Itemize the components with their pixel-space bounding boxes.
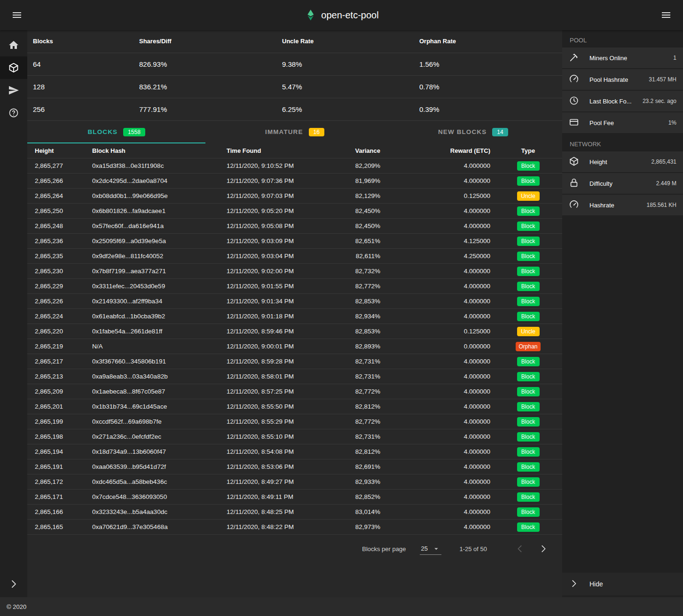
tab-new-blocks[interactable]: NEW BLOCKS14	[384, 121, 562, 143]
block-type-badge: Block	[517, 221, 540, 231]
block-height: 2,865,250	[27, 204, 88, 219]
block-reward: 4.000000	[384, 505, 494, 520]
block-time: 12/11/2020, 8:55:50 PM	[223, 399, 349, 414]
block-height: 2,865,209	[27, 384, 88, 399]
block-row: 2,865,1980x271a236c...0efcfdf2ec12/11/20…	[27, 429, 562, 444]
panel-item-value: 23.2 sec. ago	[640, 98, 676, 104]
etc-logo-icon	[304, 9, 316, 21]
stats-cell: 0.78%	[414, 75, 562, 98]
block-hash: 0x3311efec...20453d0e59	[88, 279, 223, 294]
rail-item-send[interactable]	[0, 79, 27, 102]
topbar: open-etc-pool	[0, 0, 683, 30]
block-variance: 82,853%	[349, 294, 384, 309]
menu-icon-right[interactable]	[657, 6, 675, 24]
panel-item-miners-online: Miners Online1	[562, 47, 683, 68]
block-type-cell: Block	[494, 444, 562, 459]
block-variance: 82,450%	[349, 219, 384, 234]
block-row: 2,865,1720xdc465d5a...a58beb436c12/11/20…	[27, 474, 562, 490]
stats-cell: 0.39%	[414, 98, 562, 120]
block-reward: 4.000000	[384, 158, 494, 174]
block-row: 2,865,1660x3233243e...b5a4aa30dc12/11/20…	[27, 505, 562, 520]
block-type-badge: Block	[517, 252, 540, 261]
block-height: 2,865,166	[27, 505, 88, 520]
prev-page-button[interactable]	[510, 539, 529, 558]
block-height: 2,865,172	[27, 474, 88, 490]
block-height: 2,865,171	[27, 490, 88, 505]
block-hash: 0x1b31b734...69c1d45ace	[88, 399, 223, 414]
panel-item-value: 2,865,431	[649, 158, 676, 165]
block-height: 2,865,199	[27, 414, 88, 429]
block-reward: 4.000000	[384, 474, 494, 490]
blocks-header-height: Height	[27, 143, 88, 158]
block-variance: 82,933%	[349, 474, 384, 490]
tab-badge: 16	[309, 128, 324, 136]
stats-cell: 777.91%	[133, 98, 276, 120]
block-type-cell: Block	[494, 354, 562, 369]
block-row: 2,865,1940x18d734a9...13b6060f4712/11/20…	[27, 444, 562, 459]
block-reward: 4.000000	[384, 399, 494, 414]
expand-rail-button[interactable]	[0, 573, 27, 595]
block-hash: 0x2dc4295d...2dae0a8704	[88, 174, 223, 189]
panel-item-value: 2.449 M	[653, 180, 676, 187]
block-type-cell: Uncle	[494, 189, 562, 204]
block-variance: 83,014%	[349, 505, 384, 520]
rail-item-help[interactable]	[0, 102, 27, 124]
hide-panel-button[interactable]: Hide	[562, 573, 683, 595]
block-reward: 4.000000	[384, 444, 494, 459]
panel-item-difficulty: Difficulty2.449 M	[562, 173, 683, 194]
block-variance: 82,129%	[349, 189, 384, 204]
clock-icon	[569, 95, 580, 107]
block-type-badge: Block	[517, 462, 540, 472]
stats-cell: 5.47%	[276, 75, 414, 98]
block-row: 2,865,1710x7cdce548...363609305012/11/20…	[27, 490, 562, 505]
rail-item-cube[interactable]	[0, 56, 27, 79]
block-variance: 81,969%	[349, 174, 384, 189]
block-hash: 0xaa063539...b95d41d72f	[88, 459, 223, 474]
block-height: 2,865,198	[27, 429, 88, 444]
block-type-badge: Uncle	[517, 191, 540, 201]
block-type-cell: Block	[494, 204, 562, 219]
panel-item-label: Pool Fee	[589, 119, 614, 126]
panel-item-value: 1	[670, 55, 676, 61]
block-variance: 82,812%	[349, 399, 384, 414]
block-row: 2,865,2640xb08dd0b1...99e066d95e12/11/20…	[27, 189, 562, 204]
block-type-badge: Block	[517, 507, 540, 517]
block-variance: 82,731%	[349, 354, 384, 369]
block-variance: 82,852%	[349, 490, 384, 505]
block-height: 2,865,264	[27, 189, 88, 204]
block-height: 2,865,217	[27, 354, 88, 369]
stats-cell: 256	[27, 98, 133, 120]
rail-item-home[interactable]	[0, 34, 27, 56]
block-variance: 82,691%	[349, 459, 384, 474]
app-title: open-etc-pool	[321, 10, 378, 21]
card-icon	[569, 117, 580, 128]
block-variance: 82,450%	[349, 204, 384, 219]
block-variance: 82,772%	[349, 384, 384, 399]
block-type-cell: Block	[494, 520, 562, 535]
luck-stats-table: BlocksShares/DiffUncle RateOrphan Rate 6…	[27, 30, 562, 121]
tab-immature[interactable]: IMMATURE16	[205, 121, 384, 143]
brand: open-etc-pool	[304, 0, 378, 30]
block-time: 12/11/2020, 9:10:52 PM	[223, 158, 349, 174]
block-height: 2,865,248	[27, 219, 88, 234]
blocks-header-variance: Variance	[349, 143, 384, 158]
menu-icon[interactable]	[8, 6, 26, 24]
block-type-cell: Block	[494, 369, 562, 384]
block-time: 12/11/2020, 9:00:01 PM	[223, 339, 349, 354]
block-type-cell: Block	[494, 429, 562, 444]
tab-blocks[interactable]: BLOCKS1558	[27, 121, 205, 143]
stats-row: 128836.21%5.47%0.78%	[27, 75, 562, 98]
per-page-select[interactable]: 25	[420, 543, 441, 555]
gauge-icon	[569, 199, 580, 211]
block-time: 12/11/2020, 8:55:29 PM	[223, 414, 349, 429]
block-hash: 0xdc465d5a...a58beb436c	[88, 474, 223, 490]
panel-section-title-network: NETWORK	[562, 134, 683, 151]
block-reward: 0.125000	[384, 189, 494, 204]
block-type-cell: Block	[494, 294, 562, 309]
next-page-button[interactable]	[534, 539, 553, 558]
app-root: open-etc-pool BlocksShares/DiffUncle Rat…	[0, 0, 683, 616]
block-row: 2,865,2200x1fabe54a...2661de81ff12/11/20…	[27, 324, 562, 339]
block-time: 12/11/2020, 8:54:08 PM	[223, 444, 349, 459]
block-time: 12/11/2020, 9:03:09 PM	[223, 234, 349, 249]
body-row: BlocksShares/DiffUncle RateOrphan Rate 6…	[0, 30, 683, 597]
